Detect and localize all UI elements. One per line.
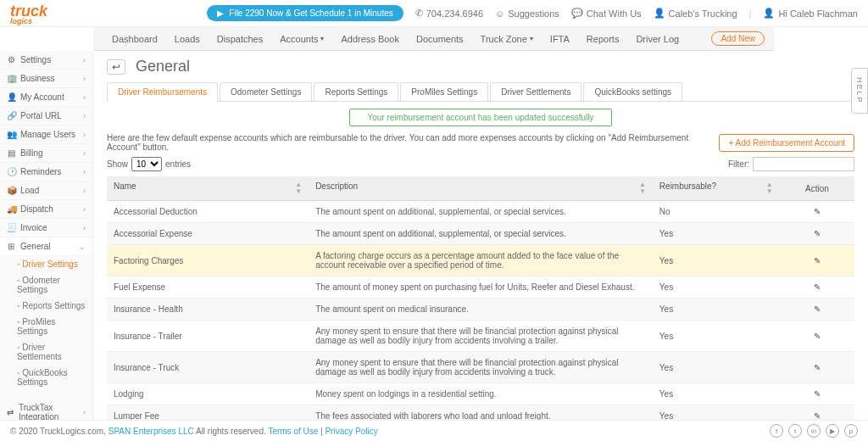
suggestions-text: Suggestions: [508, 8, 559, 19]
cell-name: Insurance - Truck: [107, 352, 309, 383]
entries-select[interactable]: 10: [131, 157, 162, 171]
cell-desc: The amount spent on additional, suppleme…: [309, 201, 653, 223]
nav-item-truck-zone[interactable]: Truck Zone: [472, 34, 542, 44]
sidebar-item-billing[interactable]: ▤Billing›: [0, 144, 92, 163]
table-row: Fuel ExpenseThe amount of money spent on…: [107, 276, 854, 299]
youtube-icon[interactable]: ▶: [826, 424, 839, 428]
copyright: © 2020 TruckLogics.com,: [10, 427, 108, 429]
sidebar-item-manage-users[interactable]: 👥Manage Users›: [0, 126, 92, 144]
cell-desc: A factoring charge occurs as a percentag…: [309, 245, 653, 276]
suggestions-link[interactable]: ☺ Suggestions: [495, 8, 559, 19]
chevron-icon: ›: [83, 93, 86, 102]
edit-icon[interactable]: ✎: [814, 256, 821, 265]
sidebar-sub-driver-settings[interactable]: ◦ Driver Settings: [0, 256, 92, 272]
trucktax-label: TruckTax Integration: [19, 403, 78, 421]
sidebar-sub-driver-settlements[interactable]: ◦ Driver Settlements: [0, 339, 92, 365]
cell-reimb: No: [653, 201, 780, 223]
sidebar-item-business[interactable]: 🏢Business›: [0, 70, 92, 88]
table-row: Insurance - TrailerAny money spent to en…: [107, 321, 854, 352]
twitter-icon[interactable]: t: [788, 424, 802, 428]
reminders-icon: 🕑: [7, 167, 15, 176]
edit-icon[interactable]: ✎: [814, 229, 821, 238]
privacy-link[interactable]: Privacy Policy: [325, 427, 377, 429]
sidebar-item-general[interactable]: ⊞General⌄: [0, 237, 92, 256]
edit-icon[interactable]: ✎: [814, 207, 821, 216]
sidebar-sub-quickbooks-settings[interactable]: ◦ QuickBooks Settings: [0, 365, 92, 390]
social-links: f t in ▶ p: [770, 424, 858, 428]
cell-reimb: Yes: [653, 223, 780, 245]
cell-reimb: Yes: [653, 245, 780, 276]
col-description[interactable]: Description▲▼: [309, 176, 653, 201]
nav-item-driver-log[interactable]: Driver Log: [627, 34, 687, 44]
sidebar-item-my-account[interactable]: 👤My Account›: [0, 88, 92, 107]
sidebar-sub-promiles-settings[interactable]: ◦ ProMiles Settings: [0, 314, 92, 339]
company-link[interactable]: 👤 Caleb's Trucking: [654, 8, 737, 19]
facebook-icon[interactable]: f: [770, 424, 783, 428]
tab-quickbooks-settings[interactable]: QuickBooks settings: [583, 82, 682, 101]
cell-desc: Any money spent to ensure that there wil…: [309, 321, 653, 352]
tab-driver-reimbursements[interactable]: Driver Reimbursements: [107, 82, 218, 102]
topbar-right: ▶ File 2290 Now & Get Schedule 1 in Minu…: [207, 5, 858, 21]
cell-reimb: Yes: [653, 276, 780, 299]
nav-item-loads[interactable]: Loads: [166, 34, 209, 44]
navbar: DashboardLoadsDispatchesAccountsAddress …: [93, 27, 775, 51]
edit-icon[interactable]: ✎: [814, 389, 821, 399]
nav-item-documents[interactable]: Documents: [408, 34, 472, 44]
cell-name: Factoring Charges: [107, 245, 309, 276]
nav-item-address-book[interactable]: Address Book: [332, 34, 407, 44]
cell-desc: The amount spent on medical insurance.: [309, 299, 653, 321]
sidebar-item-invoice[interactable]: 🧾Invoice›: [0, 219, 92, 237]
tab-odometer-settings[interactable]: Odometer Settings: [220, 82, 312, 101]
help-tab[interactable]: HELP: [851, 68, 868, 114]
col-reimbursable[interactable]: Reimbursable?▲▼: [653, 176, 780, 201]
sort-icon: ▲▼: [639, 181, 646, 195]
nav-item-reports[interactable]: Reports: [578, 34, 628, 44]
add-reimbursement-button[interactable]: + Add Reimbursement Account: [719, 134, 854, 152]
show-label: Show: [107, 159, 128, 169]
linkedin-icon[interactable]: in: [807, 424, 821, 428]
nav-item-dispatches[interactable]: Dispatches: [209, 34, 271, 44]
nav-item-dashboard[interactable]: Dashboard: [103, 34, 166, 44]
nav-item-accounts[interactable]: Accounts: [271, 34, 332, 44]
company-text: Caleb's Trucking: [669, 8, 737, 19]
nav-item-ifta[interactable]: IFTA: [542, 34, 578, 44]
edit-icon[interactable]: ✎: [814, 282, 821, 292]
chat-link[interactable]: 💬 Chat With Us: [571, 8, 642, 19]
tab-driver-settlements[interactable]: Driver Settlements: [490, 82, 581, 101]
phone-link[interactable]: ✆ 704.234.6946: [415, 8, 483, 19]
cell-name: Fuel Expense: [107, 276, 309, 299]
add-new-button[interactable]: Add New: [711, 31, 765, 46]
sidebar-item-reminders[interactable]: 🕑Reminders›: [0, 163, 92, 181]
business-icon: 🏢: [7, 74, 15, 83]
tabs: Driver ReimbursementsOdometer SettingsRe…: [107, 82, 854, 102]
span-link[interactable]: SPAN Enterprises LLC: [108, 427, 194, 429]
back-button[interactable]: ↩: [107, 59, 125, 75]
sidebar-item-portal-url[interactable]: 🔗Portal URL›: [0, 107, 92, 126]
logo[interactable]: trucklogics: [10, 3, 47, 24]
promo-pill[interactable]: ▶ File 2290 Now & Get Schedule 1 in Minu…: [207, 5, 403, 21]
sidebar-sub-reports-settings[interactable]: ◦ Reports Settings: [0, 298, 92, 314]
col-action[interactable]: Action: [780, 176, 854, 201]
settings-icon: ⚙: [7, 55, 15, 64]
sidebar-item-dispatch[interactable]: 🚚Dispatch›: [0, 200, 92, 219]
edit-icon[interactable]: ✎: [814, 304, 821, 314]
tab-promiles-settings[interactable]: ProMiles Settings: [400, 82, 488, 101]
edit-icon[interactable]: ✎: [814, 332, 821, 341]
terms-link[interactable]: Terms of Use: [268, 427, 318, 429]
pinterest-icon[interactable]: p: [844, 424, 858, 428]
sidebar-item-load[interactable]: 📦Load›: [0, 181, 92, 200]
sort-icon: ▲▼: [766, 181, 773, 195]
filter-input[interactable]: [753, 157, 854, 171]
table-row: Insurance - HealthThe amount spent on me…: [107, 299, 854, 321]
tab-reports-settings[interactable]: Reports Settings: [314, 82, 398, 101]
sidebar-item-settings[interactable]: ⚙Settings›: [0, 51, 92, 70]
cell-desc: Any money spent to ensure that there wil…: [309, 352, 653, 383]
user-greeting[interactable]: 👤 Hi Caleb Flachman: [763, 8, 858, 19]
chevron-icon: ›: [83, 75, 86, 83]
table-row: Accessorial DeductionThe amount spent on…: [107, 201, 854, 223]
edit-icon[interactable]: ✎: [814, 363, 821, 372]
col-name[interactable]: Name▲▼: [107, 176, 309, 201]
sidebar-sub-odometer-settings[interactable]: ◦ Odometer Settings: [0, 272, 92, 298]
chevron-icon: ⌄: [79, 243, 86, 251]
manage users-icon: 👥: [7, 130, 15, 139]
